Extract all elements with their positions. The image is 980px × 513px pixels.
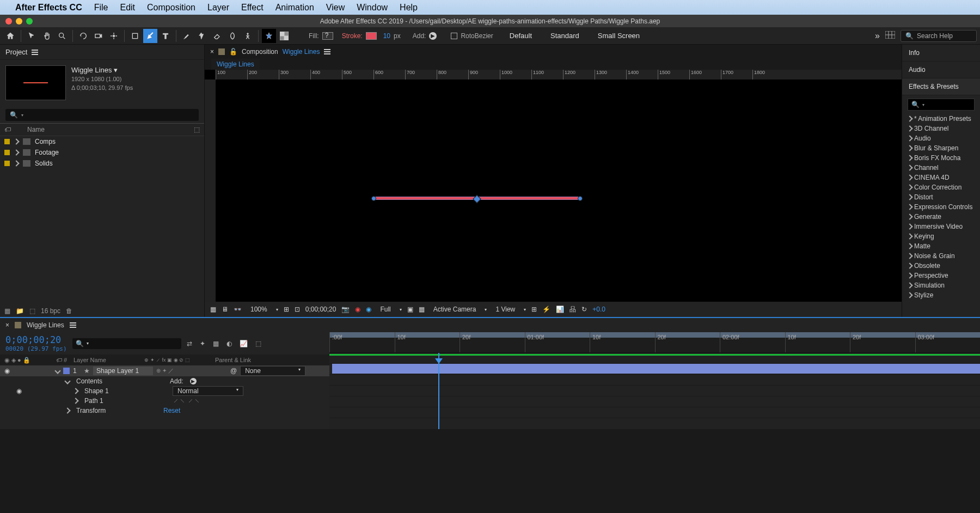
shy-icon[interactable]: ✦ xyxy=(200,340,205,347)
roi-icon[interactable]: ▣ xyxy=(407,306,413,313)
text-tool-icon[interactable] xyxy=(158,29,173,43)
path-shape-icon[interactable]: ⟋⟍ ⟋⟍ xyxy=(173,397,200,405)
twirl-icon[interactable] xyxy=(54,368,60,374)
app-name[interactable]: After Effects CC xyxy=(15,3,82,13)
preset-category[interactable]: Blur & Sharpen xyxy=(902,143,980,153)
layer-row[interactable]: ◉ 1 ★ Shape Layer 1 ⊕ ✦ ／ @ None▾ xyxy=(0,365,329,376)
new-folder-icon[interactable]: 📁 xyxy=(16,307,24,315)
preset-category[interactable]: Simulation xyxy=(902,280,980,290)
timecode-display[interactable]: 0;00;00;20 xyxy=(305,306,336,313)
twirl-icon[interactable] xyxy=(72,388,78,394)
menu-composition[interactable]: Composition xyxy=(147,3,195,13)
grid-icon[interactable]: ⊞ xyxy=(284,306,289,313)
menu-window[interactable]: Window xyxy=(357,3,388,13)
twirl-icon[interactable] xyxy=(64,407,70,413)
colormgmt-icon[interactable]: ◉ xyxy=(366,306,371,313)
minimize-window-icon[interactable] xyxy=(16,18,22,25)
selection-tool-icon[interactable] xyxy=(24,29,39,43)
preset-category[interactable]: Obsolete xyxy=(902,261,980,271)
viewer-comp-name[interactable]: Wiggle Lines xyxy=(283,48,320,56)
path-vertex-handle[interactable] xyxy=(578,196,583,201)
shape-row[interactable]: ◉ Shape 1 Normal▾ xyxy=(0,386,329,396)
motion-blur-icon[interactable]: ◐ xyxy=(226,340,232,347)
comp-thumbnail[interactable] xyxy=(5,65,66,100)
fill-swatch[interactable]: ? xyxy=(322,32,333,40)
contents-row[interactable]: Contents Add: ▶ xyxy=(0,376,329,386)
rectangle-tool-icon[interactable] xyxy=(128,29,142,43)
brush-tool-icon[interactable] xyxy=(180,29,194,43)
close-tab-icon[interactable]: × xyxy=(210,48,214,56)
project-title[interactable]: Project xyxy=(5,48,27,56)
twirl-icon[interactable] xyxy=(72,398,78,404)
pickwhip-icon[interactable]: @ xyxy=(230,367,237,375)
display-icon[interactable]: 🖥 xyxy=(222,306,228,313)
layer-name[interactable]: Shape Layer 1 xyxy=(93,367,153,375)
lock-icon[interactable]: 🔓 xyxy=(229,48,237,56)
preset-category[interactable]: 3D Channel xyxy=(902,124,980,133)
menu-view[interactable]: View xyxy=(326,3,345,13)
zoom-select[interactable]: 100% xyxy=(247,304,271,314)
path-row[interactable]: Path 1 ⟋⟍ ⟋⟍ xyxy=(0,396,329,406)
viewer-subtab[interactable]: Wiggle Lines xyxy=(211,59,260,70)
preset-category[interactable]: Color Correction xyxy=(902,182,980,192)
preset-search[interactable]: 🔍▾ xyxy=(908,99,975,111)
preset-category[interactable]: Channel xyxy=(902,163,980,173)
preset-category[interactable]: Audio xyxy=(902,133,980,143)
effects-panel-header[interactable]: Effects & Presets xyxy=(902,78,980,95)
eraser-tool-icon[interactable] xyxy=(210,29,224,43)
panel-menu-icon[interactable] xyxy=(324,48,330,56)
graph-editor-icon[interactable]: 📈 xyxy=(240,340,248,347)
camera-tool-icon[interactable] xyxy=(91,29,106,43)
timeline-icon[interactable]: 📊 xyxy=(556,306,564,313)
orbit-tool-icon[interactable] xyxy=(76,29,90,43)
menu-edit[interactable]: Edit xyxy=(120,3,135,13)
timeline-search[interactable]: 🔍▾ xyxy=(72,338,181,349)
close-window-icon[interactable] xyxy=(5,18,12,25)
fast-preview-icon[interactable]: ⚡ xyxy=(542,306,550,313)
flowchart-icon[interactable]: ⬚ xyxy=(194,126,200,133)
time-ruler[interactable]: :00f10f20f01:00f10f20f02:00f10f20f03:00f xyxy=(329,332,980,353)
pan-behind-tool-icon[interactable] xyxy=(107,29,121,43)
guides-icon[interactable]: ⊡ xyxy=(295,306,300,313)
stroke-swatch[interactable] xyxy=(366,32,377,40)
preset-category[interactable]: Boris FX Mocha xyxy=(902,153,980,163)
vr-icon[interactable]: 👓 xyxy=(234,306,242,313)
layer-color-icon[interactable] xyxy=(63,368,70,374)
add-button-icon[interactable]: ▶ xyxy=(429,32,437,40)
path-vertex-handle[interactable] xyxy=(371,196,376,201)
blend-mode-dropdown[interactable]: Normal▾ xyxy=(173,386,243,396)
maximize-window-icon[interactable] xyxy=(26,18,33,25)
menu-help[interactable]: Help xyxy=(400,3,418,13)
comp-name[interactable]: Wiggle Lines ▾ xyxy=(71,65,133,75)
stroke-width[interactable]: 10 xyxy=(383,32,390,40)
snap-icon[interactable] xyxy=(277,29,291,43)
camera-select[interactable]: Active Camera xyxy=(430,304,480,314)
composition-stage[interactable] xyxy=(216,80,902,302)
folder-solids[interactable]: Solids xyxy=(0,158,204,169)
preset-category[interactable]: Perspective xyxy=(902,271,980,280)
col-name[interactable]: Name xyxy=(27,126,45,133)
track-row[interactable] xyxy=(329,396,980,407)
draft3d-icon[interactable]: ⬚ xyxy=(255,340,261,347)
timeline-tab[interactable]: Wiggle Lines xyxy=(27,321,64,329)
add-button-icon[interactable]: ▶ xyxy=(190,378,197,384)
menu-file[interactable]: File xyxy=(94,3,108,13)
reset-exposure-icon[interactable]: ↻ xyxy=(581,306,587,313)
project-search[interactable]: 🔍▾ xyxy=(5,109,199,121)
toolbar-grid-icon[interactable] xyxy=(885,31,895,40)
shape-path-line[interactable] xyxy=(373,197,580,200)
audio-panel-header[interactable]: Audio xyxy=(902,62,980,78)
track-row[interactable] xyxy=(329,386,980,396)
twirl-icon[interactable] xyxy=(64,378,70,384)
panel-menu-icon[interactable] xyxy=(32,48,38,56)
current-time[interactable]: 0;00;00;20 xyxy=(5,334,67,345)
visibility-icon[interactable]: ◉ xyxy=(4,367,10,375)
folder-comps[interactable]: Comps xyxy=(0,136,204,147)
tag-icon[interactable]: 🏷 xyxy=(4,126,11,133)
preset-category[interactable]: CINEMA 4D xyxy=(902,173,980,182)
preset-category[interactable]: * Animation Presets xyxy=(902,114,980,124)
path-anchor-handle[interactable] xyxy=(473,195,481,204)
new-comp-icon[interactable]: ⬚ xyxy=(29,307,35,315)
interpret-icon[interactable]: ▦ xyxy=(4,307,10,315)
reset-button[interactable]: Reset xyxy=(163,407,180,414)
